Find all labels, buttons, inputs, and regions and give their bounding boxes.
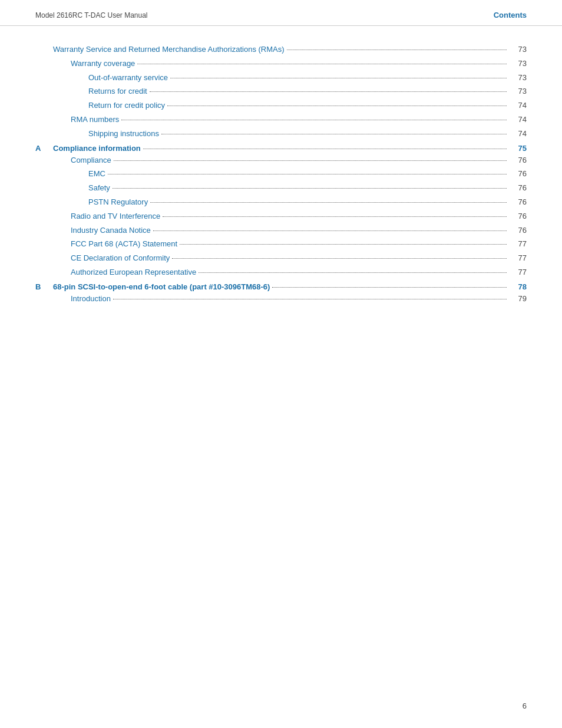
toc-label-rma-numbers: RMA numbers xyxy=(71,114,119,126)
toc-dots-compliance xyxy=(114,160,507,161)
toc-dots-ce-declaration xyxy=(172,258,507,259)
toc-page-pstn-regulatory: 76 xyxy=(509,196,527,209)
toc-label-authorized-european: Authorized European Representative xyxy=(71,266,196,279)
appendix-content-appendix-a: Compliance information75 xyxy=(53,144,527,153)
toc-page-industry-canada: 76 xyxy=(509,225,527,237)
toc-row-warranty-service: Warranty Service and Returned Merchandis… xyxy=(35,44,527,56)
toc-dots-return-credit-policy xyxy=(167,106,507,106)
toc-label-ce-declaration: CE Declaration of Conformity xyxy=(71,252,170,265)
toc-page-safety: 76 xyxy=(509,182,527,195)
toc-page-fcc-part-68: 77 xyxy=(509,238,527,251)
page: Model 2616RC T-DAC User Manual Contents … xyxy=(0,0,562,728)
header-section: Contents xyxy=(494,11,527,19)
toc-dots-fcc-part-68 xyxy=(180,244,507,245)
toc-row-shipping-instructions: Shipping instructions74 xyxy=(35,128,527,140)
toc-dots-shipping-instructions xyxy=(161,134,507,134)
toc-page-shipping-instructions: 74 xyxy=(509,128,527,140)
toc-label-fcc-part-68: FCC Part 68 (ACTA) Statement xyxy=(71,238,177,251)
toc-label-pstn-regulatory: PSTN Regulatory xyxy=(88,196,148,209)
appendix-prefix-appendix-b: B xyxy=(35,282,53,291)
appendix-content-appendix-b: 68-pin SCSI-to-open-end 6-foot cable (pa… xyxy=(53,282,527,291)
toc-row-ce-declaration: CE Declaration of Conformity77 xyxy=(35,252,527,265)
appendix-row-appendix-a: ACompliance information75 xyxy=(35,144,527,153)
toc-dots-authorized-european xyxy=(199,272,507,273)
toc-page-rma-numbers: 74 xyxy=(509,114,527,126)
appendix-dots-appendix-a xyxy=(143,149,507,149)
appendix-page-appendix-b: 78 xyxy=(509,282,527,291)
toc-label-radio-tv-interference: Radio and TV Interference xyxy=(71,210,160,223)
page-header: Model 2616RC T-DAC User Manual Contents xyxy=(0,0,562,26)
toc-row-compliance: Compliance76 xyxy=(35,154,527,167)
toc-label-compliance: Compliance xyxy=(71,154,111,167)
appendix-entries: ACompliance information75Compliance76EMC… xyxy=(35,144,527,305)
toc-label-safety: Safety xyxy=(88,182,110,195)
toc-page-out-of-warranty: 73 xyxy=(509,72,527,84)
toc-row-industry-canada: Industry Canada Notice76 xyxy=(35,225,527,237)
toc-page-compliance: 76 xyxy=(509,154,527,167)
toc-page-return-credit-policy: 74 xyxy=(509,100,527,112)
toc-row-authorized-european: Authorized European Representative77 xyxy=(35,266,527,279)
toc-row-returns-for-credit: Returns for credit73 xyxy=(35,85,527,98)
toc-label-emc: EMC xyxy=(88,168,105,180)
toc-page-ce-declaration: 77 xyxy=(509,252,527,265)
toc-label-returns-for-credit: Returns for credit xyxy=(88,85,147,98)
header-title: Model 2616RC T-DAC User Manual xyxy=(35,11,148,19)
toc-page-introduction: 79 xyxy=(509,293,527,305)
toc-row-fcc-part-68: FCC Part 68 (ACTA) Statement77 xyxy=(35,238,527,251)
toc-dots-rma-numbers xyxy=(121,120,507,120)
appendix-prefix-appendix-a: A xyxy=(35,144,53,153)
appendix-dots-appendix-b xyxy=(272,287,507,288)
toc-page-warranty-coverage: 73 xyxy=(509,58,527,70)
toc-row-out-of-warranty: Out-of-warranty service73 xyxy=(35,72,527,84)
toc-dots-radio-tv-interference xyxy=(163,216,507,217)
toc-label-warranty-coverage: Warranty coverage xyxy=(71,58,135,70)
toc-dots-returns-for-credit xyxy=(150,91,507,92)
page-footer: 6 xyxy=(523,701,527,710)
toc-entries: Warranty Service and Returned Merchandis… xyxy=(35,44,527,140)
toc-label-out-of-warranty: Out-of-warranty service xyxy=(88,72,168,84)
toc-label-return-credit-policy: Return for credit policy xyxy=(88,100,165,112)
toc-row-rma-numbers: RMA numbers74 xyxy=(35,114,527,126)
toc-row-warranty-coverage: Warranty coverage73 xyxy=(35,58,527,70)
toc-dots-emc xyxy=(108,174,507,174)
toc-dots-introduction xyxy=(113,299,507,299)
toc-content: Warranty Service and Returned Merchandis… xyxy=(0,44,562,331)
toc-page-warranty-service: 73 xyxy=(509,44,527,56)
toc-dots-pstn-regulatory xyxy=(150,202,507,203)
toc-dots-industry-canada xyxy=(153,230,507,231)
toc-row-safety: Safety76 xyxy=(35,182,527,195)
toc-dots-warranty-coverage xyxy=(137,64,507,64)
appendix-page-appendix-a: 75 xyxy=(509,144,527,153)
toc-row-pstn-regulatory: PSTN Regulatory76 xyxy=(35,196,527,209)
toc-row-emc: EMC76 xyxy=(35,168,527,180)
toc-page-radio-tv-interference: 76 xyxy=(509,210,527,223)
toc-label-warranty-service: Warranty Service and Returned Merchandis… xyxy=(53,44,285,56)
toc-row-radio-tv-interference: Radio and TV Interference76 xyxy=(35,210,527,223)
appendix-row-appendix-b: B68-pin SCSI-to-open-end 6-foot cable (p… xyxy=(35,282,527,291)
toc-page-authorized-european: 77 xyxy=(509,266,527,279)
toc-row-return-credit-policy: Return for credit policy74 xyxy=(35,100,527,112)
toc-page-emc: 76 xyxy=(509,168,527,180)
toc-page-returns-for-credit: 73 xyxy=(509,85,527,98)
toc-dots-warranty-service xyxy=(287,50,507,50)
toc-dots-out-of-warranty xyxy=(170,78,507,78)
page-number: 6 xyxy=(523,701,527,710)
appendix-label-appendix-a: Compliance information xyxy=(53,144,141,153)
toc-dots-safety xyxy=(113,188,507,189)
toc-label-introduction: Introduction xyxy=(71,293,111,305)
toc-row-introduction: Introduction79 xyxy=(35,293,527,305)
toc-label-industry-canada: Industry Canada Notice xyxy=(71,225,151,237)
toc-label-shipping-instructions: Shipping instructions xyxy=(88,128,159,140)
appendix-label-appendix-b: 68-pin SCSI-to-open-end 6-foot cable (pa… xyxy=(53,282,270,291)
